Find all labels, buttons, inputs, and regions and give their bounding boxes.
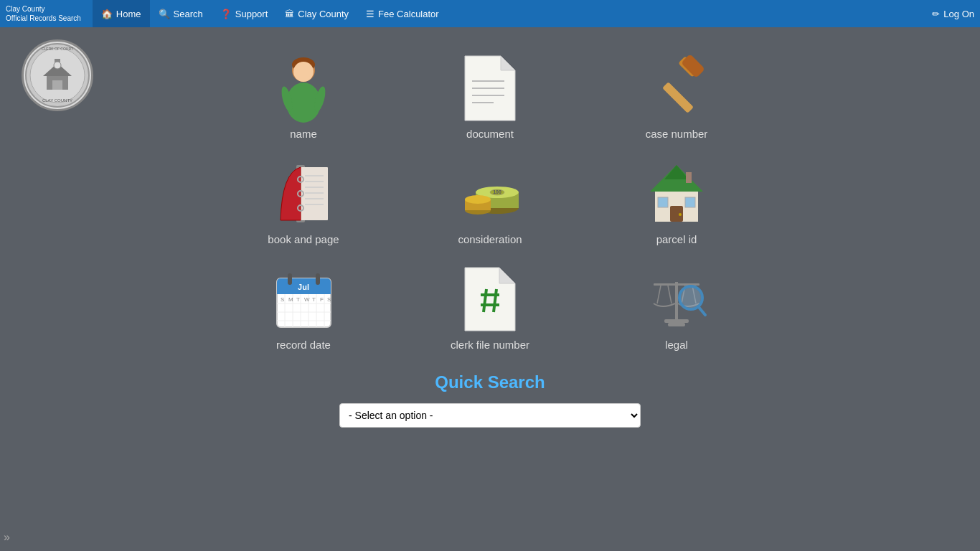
svg-text:CLERK OF COURT: CLERK OF COURT <box>42 47 73 51</box>
svg-rect-55 <box>288 273 292 285</box>
svg-line-84 <box>668 286 672 303</box>
search-item-consideration[interactable]: 100 consideration <box>458 161 522 245</box>
svg-point-88 <box>681 288 701 308</box>
svg-rect-25 <box>301 167 328 220</box>
clerk-file-number-label: clerk file number <box>451 339 529 351</box>
nav-fee-calculator[interactable]: ☰ Fee Calculator <box>357 0 448 27</box>
clerk-file-number-icon <box>458 267 522 331</box>
svg-rect-49 <box>685 197 695 207</box>
svg-text:W: W <box>304 296 310 303</box>
svg-text:100: 100 <box>493 189 501 194</box>
clay-county-icon: 🏛 <box>285 9 294 19</box>
login-label: Log On <box>943 9 974 19</box>
nav-home[interactable]: 🏠 Home <box>93 0 150 27</box>
record-date-label: record date <box>276 339 331 351</box>
nav-support[interactable]: ❓ Support <box>212 0 277 27</box>
search-icon: 🔍 <box>159 9 170 19</box>
name-icon <box>271 56 336 121</box>
home-icon: 🏠 <box>101 9 113 19</box>
nav-fee-calculator-label: Fee Calculator <box>378 9 439 19</box>
svg-text:F: F <box>320 296 324 303</box>
svg-text:Jul: Jul <box>298 283 309 291</box>
parcel-id-label: parcel id <box>656 233 697 245</box>
svg-rect-56 <box>316 273 320 285</box>
case-number-icon <box>644 56 709 121</box>
svg-point-47 <box>679 213 682 216</box>
nav-clay-county-label: Clay County <box>298 9 349 19</box>
nav-search-label: Search <box>174 9 203 19</box>
nav-search[interactable]: 🔍 Search <box>150 0 212 27</box>
svg-point-11 <box>293 62 314 82</box>
book-and-page-icon <box>271 161 336 226</box>
parcel-id-icon <box>644 161 709 226</box>
consideration-icon: 100 <box>458 161 522 226</box>
search-item-document[interactable]: document <box>458 56 522 140</box>
brand-subtitle: Official Records Search <box>6 14 81 23</box>
search-item-parcel-id[interactable]: parcel id <box>644 161 709 245</box>
quick-search-select[interactable]: - Select an option - Name Document Case … <box>339 403 641 428</box>
search-item-case-number[interactable]: case number <box>644 56 709 140</box>
svg-text:S: S <box>327 296 331 303</box>
navbar: Clay County Official Records Search 🏠 Ho… <box>0 0 980 27</box>
book-and-page-label: book and page <box>268 233 339 245</box>
svg-rect-80 <box>664 319 689 323</box>
county-seal: CLAY COUNTY CLERK OF COURT <box>25 43 90 108</box>
svg-marker-44 <box>664 165 689 179</box>
svg-rect-79 <box>675 282 678 321</box>
record-date-icon: Jul S M T <box>271 267 336 331</box>
svg-text:CLAY COUNTY: CLAY COUNTY <box>42 98 72 103</box>
svg-text:T: T <box>296 296 300 303</box>
quick-search-title: Quick Search <box>435 372 545 392</box>
consideration-label: consideration <box>458 233 522 245</box>
search-item-record-date[interactable]: Jul S M T <box>271 267 336 351</box>
nav-login[interactable]: ✏ Log On <box>932 9 974 19</box>
svg-rect-48 <box>658 197 668 207</box>
nav-home-label: Home <box>116 9 141 19</box>
svg-text:T: T <box>312 296 316 303</box>
svg-marker-74 <box>499 268 515 283</box>
nav-support-label: Support <box>235 9 268 19</box>
search-item-clerk-file-number[interactable]: clerk file number <box>451 267 529 351</box>
search-item-book-and-page[interactable]: book and page <box>268 161 339 245</box>
svg-text:S: S <box>281 296 284 303</box>
fee-calculator-icon: ☰ <box>366 9 374 19</box>
svg-rect-22 <box>662 82 694 113</box>
login-icon: ✏ <box>932 9 940 19</box>
svg-point-6 <box>54 62 61 69</box>
svg-text:M: M <box>288 296 293 303</box>
brand: Clay County Official Records Search <box>6 4 81 23</box>
search-grid: name document <box>232 56 748 351</box>
document-label: document <box>466 128 514 140</box>
search-item-legal[interactable]: legal <box>644 267 709 351</box>
case-number-label: case number <box>646 128 708 140</box>
nav-clay-county[interactable]: 🏛 Clay County <box>276 0 357 27</box>
logo-area: CLAY COUNTY CLERK OF COURT <box>22 39 93 111</box>
support-icon: ❓ <box>220 9 232 19</box>
legal-icon <box>644 267 709 331</box>
search-item-name[interactable]: name <box>271 56 336 140</box>
svg-marker-16 <box>501 56 515 70</box>
name-label: name <box>290 128 317 140</box>
svg-point-40 <box>465 195 491 204</box>
document-icon <box>458 56 522 121</box>
nav-items: 🏠 Home 🔍 Search ❓ Support 🏛 Clay County … <box>93 0 932 27</box>
svg-rect-81 <box>668 323 685 326</box>
quick-search-section: Quick Search - Select an option - Name D… <box>0 372 980 428</box>
svg-rect-50 <box>686 172 692 183</box>
brand-title: Clay County <box>6 4 81 14</box>
svg-line-83 <box>657 286 661 303</box>
logo-circle: CLAY COUNTY CLERK OF COURT <box>22 39 93 111</box>
svg-rect-3 <box>52 80 62 90</box>
bottom-arrow: » <box>4 531 10 544</box>
svg-line-89 <box>698 306 705 315</box>
legal-label: legal <box>665 339 688 351</box>
